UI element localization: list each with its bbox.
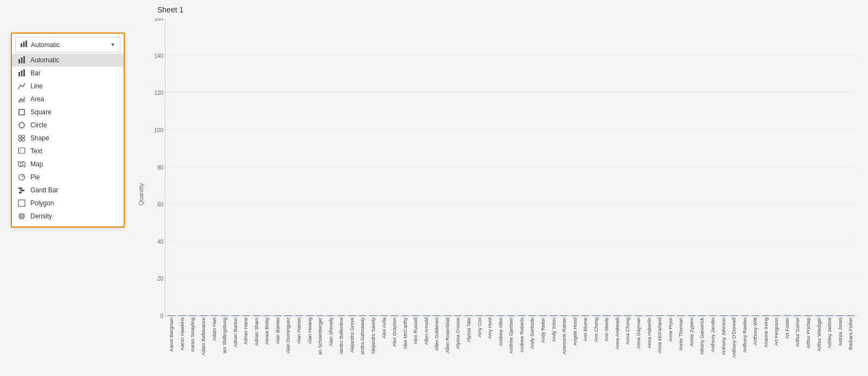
bar-group[interactable]	[750, 315, 761, 316]
bar[interactable]	[284, 315, 292, 316]
bar-group[interactable]	[177, 315, 188, 316]
bar[interactable]	[592, 315, 600, 316]
bar[interactable]	[423, 315, 430, 316]
bar[interactable]	[837, 315, 844, 316]
bar[interactable]	[316, 315, 324, 316]
bar[interactable]	[603, 315, 610, 316]
bar-group[interactable]	[644, 315, 654, 316]
bar[interactable]	[539, 315, 547, 316]
bar[interactable]	[454, 315, 462, 316]
bar-group[interactable]	[548, 315, 559, 316]
bar[interactable]	[762, 315, 770, 316]
bar-group[interactable]	[718, 315, 729, 316]
bar-group[interactable]	[687, 315, 697, 316]
bar[interactable]	[274, 315, 282, 316]
bar-group[interactable]	[835, 315, 845, 316]
bar-group[interactable]	[432, 315, 442, 316]
bar[interactable]	[178, 315, 186, 316]
bar[interactable]	[518, 315, 526, 316]
bar[interactable]	[656, 315, 663, 316]
bar-group[interactable]	[188, 315, 198, 316]
bar[interactable]	[295, 315, 303, 316]
bar[interactable]	[847, 315, 854, 316]
menu-item-polygon[interactable]: Polygon	[12, 197, 124, 210]
bar-group[interactable]	[506, 315, 516, 316]
bar-group[interactable]	[676, 315, 686, 316]
bar[interactable]	[380, 315, 388, 316]
bar-group[interactable]	[771, 315, 782, 316]
bar[interactable]	[560, 315, 568, 316]
bar-group[interactable]	[400, 315, 410, 316]
bar-group[interactable]	[304, 315, 315, 316]
menu-item-square[interactable]: Square	[12, 106, 124, 119]
bar[interactable]	[582, 315, 589, 316]
bar-group[interactable]	[390, 315, 400, 316]
marks-dropdown[interactable]: Automatic ▼	[15, 37, 120, 53]
bar-group[interactable]	[495, 315, 506, 316]
bar[interactable]	[465, 315, 473, 316]
bar-group[interactable]	[283, 315, 293, 316]
bar[interactable]	[688, 315, 695, 316]
menu-item-automatic[interactable]: Automatic	[12, 54, 124, 67]
bar[interactable]	[210, 315, 218, 316]
bar[interactable]	[391, 315, 398, 316]
bar[interactable]	[635, 315, 642, 316]
bar-group[interactable]	[358, 315, 368, 316]
bar-group[interactable]	[570, 315, 580, 316]
bar-group[interactable]	[729, 315, 739, 316]
bar[interactable]	[189, 315, 196, 316]
bar[interactable]	[306, 315, 314, 316]
bar[interactable]	[507, 315, 515, 316]
menu-item-circle[interactable]: Circle	[12, 119, 124, 132]
bar-group[interactable]	[559, 315, 570, 316]
bar[interactable]	[720, 315, 727, 316]
bar-group[interactable]	[793, 315, 803, 316]
bar-group[interactable]	[846, 315, 856, 316]
menu-item-density[interactable]: Density	[12, 210, 124, 223]
bar-group[interactable]	[209, 315, 219, 316]
bar[interactable]	[168, 315, 175, 316]
bar-group[interactable]	[294, 315, 304, 316]
bar-group[interactable]	[443, 315, 453, 316]
bar-group[interactable]	[262, 315, 272, 316]
menu-item-pie[interactable]: Pie	[12, 171, 124, 184]
bar-group[interactable]	[825, 315, 835, 316]
bar[interactable]	[773, 315, 780, 316]
menu-item-area[interactable]: Area	[12, 93, 124, 106]
bar-group[interactable]	[411, 315, 421, 316]
bar[interactable]	[401, 315, 409, 316]
bar-group[interactable]	[199, 315, 209, 316]
bar[interactable]	[200, 315, 207, 316]
bar-group[interactable]	[252, 315, 262, 316]
bar[interactable]	[221, 315, 228, 316]
bar-group[interactable]	[739, 315, 750, 316]
bar[interactable]	[550, 315, 558, 316]
bar[interactable]	[571, 315, 579, 316]
menu-item-line[interactable]: Line	[12, 80, 124, 93]
bar[interactable]	[698, 315, 706, 316]
bar[interactable]	[751, 315, 759, 316]
bar-group[interactable]	[220, 315, 230, 316]
bar[interactable]	[327, 315, 335, 316]
bar-group[interactable]	[474, 315, 484, 316]
bar[interactable]	[815, 315, 823, 316]
bar[interactable]	[412, 315, 419, 316]
bar-group[interactable]	[612, 315, 623, 316]
bar-group[interactable]	[538, 315, 548, 316]
bar[interactable]	[805, 315, 812, 316]
bar-group[interactable]	[326, 315, 336, 316]
bar-group[interactable]	[527, 315, 538, 316]
bar-group[interactable]	[655, 315, 665, 316]
bar[interactable]	[444, 315, 451, 316]
bar-group[interactable]	[623, 315, 633, 316]
bar[interactable]	[263, 315, 271, 316]
menu-item-text[interactable]: T Text	[12, 145, 124, 158]
menu-item-bar[interactable]: Bar	[12, 67, 124, 80]
bar-group[interactable]	[782, 315, 793, 316]
bar-group[interactable]	[464, 315, 474, 316]
bar-group[interactable]	[336, 315, 347, 316]
bar-group[interactable]	[580, 315, 591, 316]
bar-group[interactable]	[167, 315, 177, 316]
bar[interactable]	[667, 315, 674, 316]
bar[interactable]	[348, 315, 356, 316]
